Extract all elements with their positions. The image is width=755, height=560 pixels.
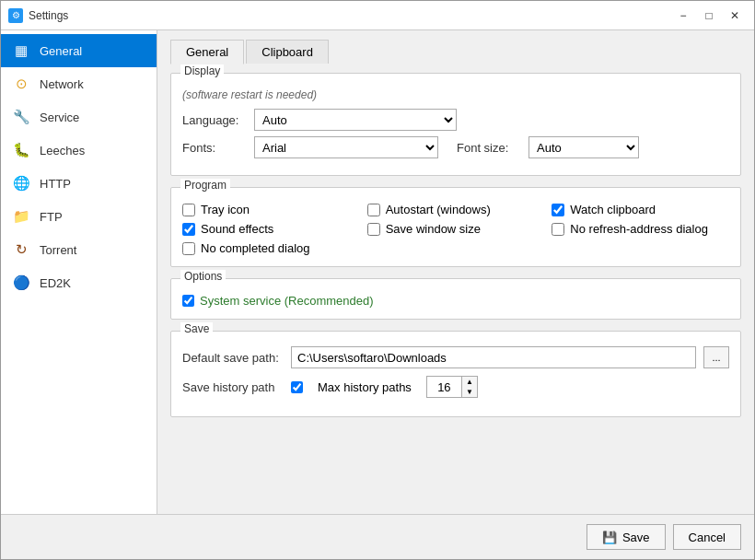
maximize-button[interactable]: □	[697, 6, 721, 25]
sidebar-label-network: Network	[40, 77, 84, 91]
save-window-size-input[interactable]	[367, 223, 380, 236]
save-section-title: Save	[180, 322, 213, 335]
max-history-input[interactable]	[426, 376, 461, 398]
sidebar-item-http[interactable]: 🌐 HTTP	[1, 167, 157, 200]
history-path-label: Save history path	[182, 380, 284, 394]
sidebar-label-general: General	[40, 44, 82, 58]
autostart-label: Autostart (windows)	[386, 203, 491, 216]
sidebar-label-leeches: Leeches	[40, 144, 85, 158]
no-refresh-label: No refresh-address dialog	[570, 222, 708, 236]
cancel-button[interactable]: Cancel	[673, 524, 741, 550]
language-row: Language: Auto English Chinese Japanese	[182, 109, 729, 131]
default-save-row: Default save path: ...	[182, 346, 729, 368]
no-completed-input[interactable]	[182, 242, 195, 255]
autostart-checkbox[interactable]: Autostart (windows)	[367, 203, 545, 216]
restart-note: (software restart is needed)	[182, 88, 729, 101]
sidebar-item-ftp[interactable]: 📁 FTP	[1, 200, 157, 233]
watch-clipboard-label: Watch clipboard	[570, 203, 656, 216]
footer: 💾 Save Cancel	[1, 514, 754, 559]
language-label: Language:	[182, 113, 247, 127]
options-section: Options System service (Recommended)	[170, 278, 741, 320]
sidebar-item-service[interactable]: 🔧 Service	[1, 100, 157, 134]
save-button[interactable]: 💾 Save	[587, 524, 666, 550]
default-save-input[interactable]	[291, 346, 696, 368]
save-content: Default save path: ... Save history path…	[182, 346, 729, 398]
system-service-input[interactable]	[182, 295, 194, 307]
font-select[interactable]: Arial Tahoma Verdana	[254, 136, 438, 158]
no-refresh-input[interactable]	[552, 223, 564, 236]
ftp-icon: 📁	[12, 207, 30, 226]
display-section: Display (software restart is needed) Lan…	[170, 73, 741, 176]
tab-clipboard[interactable]: Clipboard	[246, 40, 329, 64]
sound-effects-label: Sound effects	[201, 222, 273, 236]
spinbox-arrows: ▲ ▼	[461, 376, 478, 398]
no-completed-checkbox[interactable]: No completed dialog	[182, 241, 360, 255]
max-history-spinbox: ▲ ▼	[426, 376, 478, 398]
options-section-title: Options	[180, 270, 226, 283]
close-button[interactable]: ✕	[723, 6, 747, 25]
program-section-title: Program	[180, 179, 230, 192]
tab-bar: General Clipboard	[170, 40, 741, 64]
minimize-button[interactable]: −	[671, 6, 695, 25]
no-refresh-checkbox[interactable]: No refresh-address dialog	[552, 222, 729, 236]
font-size-select[interactable]: Auto 8 9 10 12	[528, 136, 639, 158]
tray-icon-input[interactable]	[182, 204, 195, 216]
history-path-checkbox[interactable]	[291, 381, 303, 393]
general-icon: ▦	[12, 41, 30, 60]
network-icon: ⊙	[12, 75, 30, 93]
leeches-icon: 🐛	[12, 141, 30, 159]
default-save-label: Default save path:	[182, 351, 284, 365]
sidebar-label-service: Service	[40, 111, 79, 124]
main-content: ▦ General ⊙ Network 🔧 Service 🐛 Leeches …	[1, 30, 754, 514]
http-icon: 🌐	[12, 174, 30, 192]
autostart-input[interactable]	[367, 204, 380, 216]
service-icon: 🔧	[12, 108, 30, 126]
program-section: Program Tray icon Autostart (windows) Wa…	[170, 187, 741, 267]
sidebar-item-leeches[interactable]: 🐛 Leeches	[1, 134, 157, 167]
history-path-row: Save history path Max history paths ▲ ▼	[182, 376, 729, 398]
sidebar: ▦ General ⊙ Network 🔧 Service 🐛 Leeches …	[1, 30, 157, 514]
save-window-size-label: Save window size	[386, 222, 481, 236]
watch-clipboard-input[interactable]	[552, 204, 564, 216]
sidebar-item-ed2k[interactable]: 🔵 ED2K	[1, 266, 157, 299]
torrent-icon: ↻	[12, 240, 30, 259]
system-service-label: System service (Recommended)	[200, 294, 374, 308]
tray-icon-checkbox[interactable]: Tray icon	[182, 203, 360, 216]
window-icon: ⚙	[8, 8, 23, 23]
ed2k-icon: 🔵	[12, 274, 30, 292]
options-content: System service (Recommended)	[182, 294, 729, 308]
sidebar-item-network[interactable]: ⊙ Network	[1, 67, 157, 100]
window-controls: − □ ✕	[671, 6, 747, 25]
save-window-size-checkbox[interactable]: Save window size	[367, 222, 545, 236]
tab-general[interactable]: General	[170, 40, 244, 64]
sidebar-label-torrent: Torrent	[40, 243, 76, 257]
watch-clipboard-checkbox[interactable]: Watch clipboard	[552, 203, 729, 216]
sidebar-label-http: HTTP	[40, 177, 71, 191]
sidebar-item-general[interactable]: ▦ General	[1, 34, 157, 67]
settings-window: ⚙ Settings − □ ✕ ▦ General ⊙ Network 🔧 S…	[0, 0, 755, 560]
save-icon: 💾	[602, 531, 617, 544]
system-service-checkbox[interactable]: System service (Recommended)	[182, 294, 729, 308]
sidebar-item-torrent[interactable]: ↻ Torrent	[1, 233, 157, 266]
sidebar-label-ftp: FTP	[40, 210, 63, 224]
save-section: Save Default save path: ... Save history…	[170, 331, 741, 417]
spinbox-up[interactable]: ▲	[462, 377, 477, 387]
sound-effects-input[interactable]	[182, 223, 195, 236]
browse-button[interactable]: ...	[703, 346, 729, 368]
fonts-label: Fonts:	[182, 141, 247, 155]
sound-effects-checkbox[interactable]: Sound effects	[182, 222, 360, 236]
tray-icon-label: Tray icon	[201, 203, 250, 216]
spinbox-down[interactable]: ▼	[462, 387, 477, 397]
save-label: Save	[622, 531, 650, 544]
sidebar-label-ed2k: ED2K	[40, 276, 71, 290]
title-bar: ⚙ Settings − □ ✕	[1, 1, 754, 30]
fonts-row: Fonts: Arial Tahoma Verdana Font size: A…	[182, 136, 729, 158]
display-content: (software restart is needed) Language: A…	[182, 88, 729, 158]
max-history-label: Max history paths	[318, 380, 412, 394]
font-size-label: Font size:	[457, 141, 521, 155]
display-section-title: Display	[180, 64, 224, 77]
window-title: Settings	[29, 9, 671, 22]
no-completed-label: No completed dialog	[201, 241, 310, 255]
language-select[interactable]: Auto English Chinese Japanese	[254, 109, 457, 131]
program-checkboxes: Tray icon Autostart (windows) Watch clip…	[182, 203, 729, 255]
